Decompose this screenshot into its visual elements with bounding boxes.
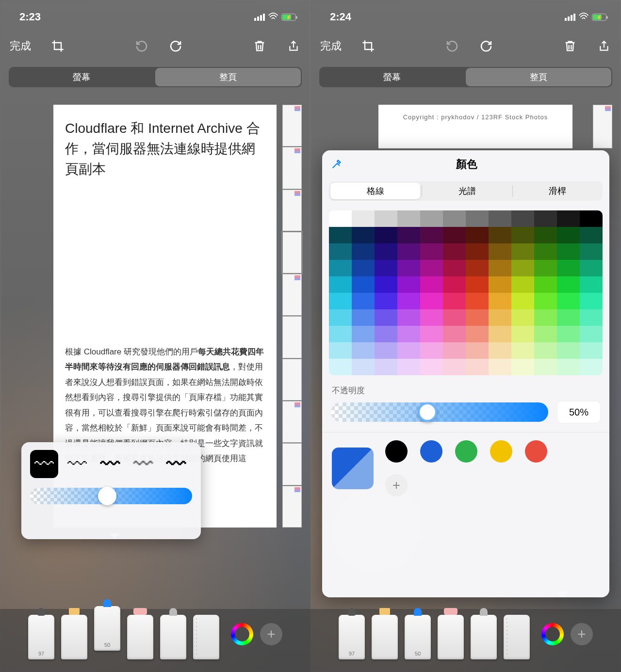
color-cell[interactable] — [352, 293, 375, 309]
color-cell[interactable] — [557, 309, 580, 326]
share-icon[interactable] — [597, 39, 611, 53]
swatch[interactable] — [525, 440, 547, 463]
color-cell[interactable] — [397, 309, 420, 326]
color-cell[interactable] — [397, 326, 420, 342]
color-cell[interactable] — [329, 326, 352, 342]
tool-pen[interactable]: 97 — [28, 615, 54, 659]
color-cell[interactable] — [375, 326, 397, 342]
color-cell[interactable] — [352, 326, 375, 342]
color-cell[interactable] — [489, 293, 511, 309]
color-cell[interactable] — [420, 227, 443, 243]
page-scope-segmented[interactable]: 螢幕 整頁 — [9, 67, 302, 87]
color-cell[interactable] — [466, 359, 489, 375]
color-cell[interactable] — [580, 359, 603, 375]
color-cell[interactable] — [511, 359, 534, 375]
color-cell[interactable] — [534, 342, 557, 359]
color-cell[interactable] — [580, 260, 603, 276]
color-cell[interactable] — [443, 243, 466, 260]
color-cell[interactable] — [443, 210, 466, 227]
color-cell[interactable] — [466, 276, 489, 293]
color-cell[interactable] — [534, 326, 557, 342]
color-cell[interactable] — [466, 293, 489, 309]
color-cell[interactable] — [580, 276, 603, 293]
eyedropper-icon[interactable] — [331, 157, 345, 172]
color-cell[interactable] — [397, 210, 420, 227]
color-cell[interactable] — [352, 359, 375, 375]
add-swatch-button[interactable]: + — [385, 474, 408, 496]
add-tool-button[interactable]: + — [260, 623, 282, 645]
done-button[interactable]: 完成 — [320, 39, 342, 53]
crop-icon[interactable] — [50, 39, 65, 53]
thumb[interactable] — [282, 147, 302, 189]
color-cell[interactable] — [557, 260, 580, 276]
color-cell[interactable] — [352, 210, 375, 227]
tool-lasso[interactable] — [160, 615, 186, 659]
color-cell[interactable] — [466, 260, 489, 276]
color-mode-segmented[interactable]: 格線 光譜 滑桿 — [329, 181, 603, 201]
stroke-style-5[interactable]: 〰 — [162, 450, 190, 478]
thumb[interactable] — [282, 443, 302, 485]
color-cell[interactable] — [352, 227, 375, 243]
color-cell[interactable] — [466, 342, 489, 359]
color-cell[interactable] — [557, 210, 580, 227]
thumb[interactable] — [282, 401, 302, 443]
color-cell[interactable] — [580, 243, 603, 260]
color-cell[interactable] — [375, 243, 397, 260]
color-cell[interactable] — [466, 309, 489, 326]
trash-icon[interactable] — [563, 39, 577, 53]
seg-fullpage[interactable]: 整頁 — [155, 68, 301, 86]
color-cell[interactable] — [557, 227, 580, 243]
color-cell[interactable] — [420, 260, 443, 276]
color-cell[interactable] — [489, 227, 511, 243]
color-cell[interactable] — [420, 293, 443, 309]
color-cell[interactable] — [511, 210, 534, 227]
thumb[interactable] — [282, 274, 302, 316]
thumb[interactable] — [593, 105, 612, 148]
tool-pen[interactable]: 97 — [339, 615, 365, 659]
color-cell[interactable] — [511, 260, 534, 276]
seg-fullpage[interactable]: 整頁 — [466, 68, 611, 86]
tool-ruler[interactable] — [504, 615, 530, 659]
color-cell[interactable] — [511, 309, 534, 326]
color-picker-button[interactable] — [231, 623, 253, 645]
seg-screen[interactable]: 螢幕 — [319, 67, 465, 87]
color-cell[interactable] — [329, 342, 352, 359]
color-cell[interactable] — [443, 293, 466, 309]
tool-eraser[interactable] — [438, 615, 464, 659]
color-cell[interactable] — [375, 359, 397, 375]
color-cell[interactable] — [489, 342, 511, 359]
color-cell[interactable] — [443, 260, 466, 276]
color-cell[interactable] — [511, 342, 534, 359]
thumb[interactable] — [282, 316, 302, 358]
color-cell[interactable] — [443, 276, 466, 293]
color-cell[interactable] — [329, 243, 352, 260]
color-cell[interactable] — [375, 342, 397, 359]
thumb[interactable] — [282, 190, 302, 231]
crop-icon[interactable] — [361, 39, 376, 53]
tool-eraser[interactable] — [127, 615, 153, 659]
color-cell[interactable] — [489, 243, 511, 260]
color-cell[interactable] — [580, 342, 603, 359]
undo-icon[interactable] — [134, 39, 149, 53]
color-cell[interactable] — [557, 326, 580, 342]
color-cell[interactable] — [534, 293, 557, 309]
trash-icon[interactable] — [252, 39, 267, 53]
color-cell[interactable] — [580, 326, 603, 342]
color-cell[interactable] — [443, 326, 466, 342]
color-cell[interactable] — [397, 359, 420, 375]
color-cell[interactable] — [329, 276, 352, 293]
redo-icon[interactable] — [168, 39, 183, 53]
share-icon[interactable] — [286, 39, 301, 53]
color-cell[interactable] — [375, 309, 397, 326]
color-cell[interactable] — [352, 309, 375, 326]
color-cell[interactable] — [352, 260, 375, 276]
stroke-style-1[interactable]: 〰 — [30, 450, 58, 478]
color-cell[interactable] — [580, 293, 603, 309]
color-cell[interactable] — [329, 359, 352, 375]
color-cell[interactable] — [534, 260, 557, 276]
tool-pencil[interactable]: 50 — [94, 606, 120, 651]
opacity-value[interactable]: 50% — [557, 401, 601, 423]
color-cell[interactable] — [329, 293, 352, 309]
color-cell[interactable] — [420, 342, 443, 359]
thumb[interactable] — [282, 486, 302, 528]
